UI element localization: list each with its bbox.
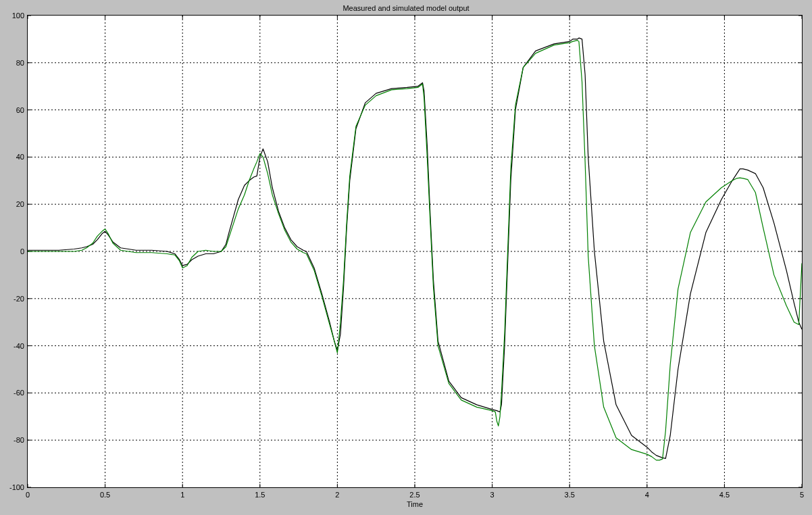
ytick-label: -80 <box>5 436 24 444</box>
x-axis-label: Time <box>27 500 803 508</box>
xtick-label: 3.5 <box>565 491 575 499</box>
matlab-figure: Measured and simulated model output Time… <box>0 0 812 515</box>
ytick-label: -20 <box>5 295 24 303</box>
xtick-label: 4.5 <box>719 491 730 499</box>
xtick-label: 0 <box>26 491 30 499</box>
ytick-label: -40 <box>5 342 24 350</box>
xtick-label: 2 <box>335 491 339 499</box>
ytick-label: 80 <box>5 59 24 67</box>
ytick-label: 20 <box>5 200 24 208</box>
xtick-label: 5 <box>800 491 804 499</box>
ytick-label: 60 <box>5 106 24 114</box>
xtick-label: 1.5 <box>255 491 265 499</box>
ytick-label: -100 <box>5 483 24 491</box>
xtick-label: 0.5 <box>100 491 110 499</box>
ytick-label: -60 <box>5 389 24 397</box>
ytick-label: 100 <box>5 11 24 20</box>
chart-title: Measured and simulated model output <box>0 4 812 12</box>
plot-canvas <box>28 16 802 487</box>
ytick-label: 0 <box>5 247 24 255</box>
xtick-label: 1 <box>180 491 184 499</box>
chart-axes[interactable] <box>27 15 803 488</box>
ytick-label: 40 <box>5 153 24 161</box>
xtick-label: 4 <box>645 491 649 499</box>
xtick-label: 3 <box>490 491 494 499</box>
xtick-label: 2.5 <box>409 491 420 499</box>
